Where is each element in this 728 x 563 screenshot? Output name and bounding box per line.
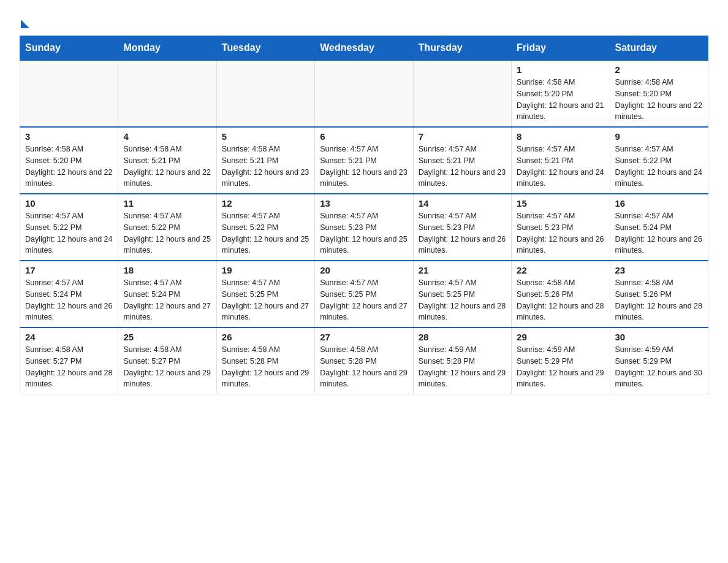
- day-info: Sunrise: 4:57 AMSunset: 5:21 PMDaylight:…: [320, 144, 408, 190]
- day-number: 14: [419, 198, 506, 209]
- calendar-cell: 3Sunrise: 4:58 AMSunset: 5:20 PMDaylight…: [20, 127, 118, 194]
- day-number: 18: [123, 265, 211, 275]
- day-info: Sunrise: 4:57 AMSunset: 5:25 PMDaylight:…: [222, 277, 309, 323]
- day-number: 21: [419, 265, 506, 275]
- day-info: Sunrise: 4:58 AMSunset: 5:27 PMDaylight:…: [25, 344, 113, 390]
- calendar-cell: 26Sunrise: 4:58 AMSunset: 5:28 PMDayligh…: [216, 327, 314, 394]
- calendar-cell: 6Sunrise: 4:57 AMSunset: 5:21 PMDaylight…: [315, 127, 413, 194]
- day-number: 17: [25, 265, 113, 275]
- day-info: Sunrise: 4:58 AMSunset: 5:26 PMDaylight:…: [517, 277, 604, 323]
- day-info: Sunrise: 4:57 AMSunset: 5:22 PMDaylight:…: [615, 144, 703, 190]
- calendar-cell: 24Sunrise: 4:58 AMSunset: 5:27 PMDayligh…: [20, 327, 118, 394]
- calendar-cell: 23Sunrise: 4:58 AMSunset: 5:26 PMDayligh…: [610, 261, 708, 327]
- logo-triangle-icon: [21, 20, 29, 28]
- day-number: 22: [517, 265, 604, 275]
- calendar-cell: [216, 60, 314, 127]
- calendar-cell: 14Sunrise: 4:57 AMSunset: 5:23 PMDayligh…: [413, 194, 511, 261]
- day-number: 30: [615, 332, 703, 342]
- calendar-cell: 12Sunrise: 4:57 AMSunset: 5:22 PMDayligh…: [216, 194, 314, 261]
- day-info: Sunrise: 4:57 AMSunset: 5:21 PMDaylight:…: [517, 144, 604, 190]
- calendar-cell: [20, 60, 118, 127]
- calendar-cell: 20Sunrise: 4:57 AMSunset: 5:25 PMDayligh…: [315, 261, 413, 327]
- day-info: Sunrise: 4:58 AMSunset: 5:20 PMDaylight:…: [615, 77, 703, 123]
- day-number: 16: [615, 198, 703, 209]
- calendar-week-row: 10Sunrise: 4:57 AMSunset: 5:22 PMDayligh…: [20, 194, 708, 261]
- calendar-cell: 8Sunrise: 4:57 AMSunset: 5:21 PMDaylight…: [512, 127, 610, 194]
- day-number: 10: [25, 198, 113, 209]
- day-info: Sunrise: 4:57 AMSunset: 5:24 PMDaylight:…: [123, 277, 211, 323]
- day-info: Sunrise: 4:57 AMSunset: 5:21 PMDaylight:…: [419, 144, 506, 190]
- day-number: 6: [320, 131, 408, 142]
- calendar-cell: 11Sunrise: 4:57 AMSunset: 5:22 PMDayligh…: [118, 194, 216, 261]
- calendar-table: SundayMondayTuesdayWednesdayThursdayFrid…: [20, 36, 708, 394]
- day-info: Sunrise: 4:58 AMSunset: 5:28 PMDaylight:…: [222, 344, 309, 390]
- day-info: Sunrise: 4:57 AMSunset: 5:23 PMDaylight:…: [419, 210, 506, 256]
- day-info: Sunrise: 4:57 AMSunset: 5:25 PMDaylight:…: [419, 277, 506, 323]
- day-number: 4: [123, 131, 211, 142]
- day-number: 15: [517, 198, 604, 209]
- calendar-cell: 21Sunrise: 4:57 AMSunset: 5:25 PMDayligh…: [413, 261, 511, 327]
- day-number: 13: [320, 198, 408, 209]
- calendar-cell: 13Sunrise: 4:57 AMSunset: 5:23 PMDayligh…: [315, 194, 413, 261]
- day-number: 11: [123, 198, 211, 209]
- calendar-cell: [118, 60, 216, 127]
- calendar-cell: 22Sunrise: 4:58 AMSunset: 5:26 PMDayligh…: [512, 261, 610, 327]
- day-number: 28: [419, 332, 506, 342]
- calendar-cell: 28Sunrise: 4:59 AMSunset: 5:28 PMDayligh…: [413, 327, 511, 394]
- calendar-cell: 10Sunrise: 4:57 AMSunset: 5:22 PMDayligh…: [20, 194, 118, 261]
- day-info: Sunrise: 4:57 AMSunset: 5:23 PMDaylight:…: [320, 210, 408, 256]
- day-number: 26: [222, 332, 309, 342]
- day-number: 19: [222, 265, 309, 275]
- column-header-monday: Monday: [118, 36, 216, 61]
- calendar-cell: 5Sunrise: 4:58 AMSunset: 5:21 PMDaylight…: [216, 127, 314, 194]
- calendar-cell: 4Sunrise: 4:58 AMSunset: 5:21 PMDaylight…: [118, 127, 216, 194]
- day-info: Sunrise: 4:57 AMSunset: 5:22 PMDaylight:…: [25, 210, 113, 256]
- day-info: Sunrise: 4:59 AMSunset: 5:28 PMDaylight:…: [419, 344, 506, 390]
- calendar-cell: 7Sunrise: 4:57 AMSunset: 5:21 PMDaylight…: [413, 127, 511, 194]
- day-number: 1: [517, 64, 604, 75]
- column-header-sunday: Sunday: [20, 36, 118, 61]
- page-header: [20, 15, 708, 26]
- day-info: Sunrise: 4:58 AMSunset: 5:26 PMDaylight:…: [615, 277, 703, 323]
- day-number: 3: [25, 131, 113, 142]
- day-number: 20: [320, 265, 408, 275]
- day-info: Sunrise: 4:57 AMSunset: 5:25 PMDaylight:…: [320, 277, 408, 323]
- day-info: Sunrise: 4:59 AMSunset: 5:29 PMDaylight:…: [615, 344, 703, 390]
- calendar-cell: 2Sunrise: 4:58 AMSunset: 5:20 PMDaylight…: [610, 60, 708, 127]
- day-number: 8: [517, 131, 604, 142]
- calendar-cell: 15Sunrise: 4:57 AMSunset: 5:23 PMDayligh…: [512, 194, 610, 261]
- calendar-week-row: 1Sunrise: 4:58 AMSunset: 5:20 PMDaylight…: [20, 60, 708, 127]
- column-header-thursday: Thursday: [413, 36, 511, 61]
- day-info: Sunrise: 4:58 AMSunset: 5:21 PMDaylight:…: [222, 144, 309, 190]
- day-info: Sunrise: 4:58 AMSunset: 5:20 PMDaylight:…: [25, 144, 113, 190]
- calendar-header-row: SundayMondayTuesdayWednesdayThursdayFrid…: [20, 36, 708, 61]
- day-info: Sunrise: 4:57 AMSunset: 5:24 PMDaylight:…: [615, 210, 703, 256]
- day-number: 5: [222, 131, 309, 142]
- calendar-cell: [413, 60, 511, 127]
- calendar-cell: 25Sunrise: 4:58 AMSunset: 5:27 PMDayligh…: [118, 327, 216, 394]
- calendar-week-row: 3Sunrise: 4:58 AMSunset: 5:20 PMDaylight…: [20, 127, 708, 194]
- column-header-saturday: Saturday: [610, 36, 708, 61]
- day-info: Sunrise: 4:57 AMSunset: 5:24 PMDaylight:…: [25, 277, 113, 323]
- calendar-cell: 27Sunrise: 4:58 AMSunset: 5:28 PMDayligh…: [315, 327, 413, 394]
- calendar-cell: [315, 60, 413, 127]
- day-info: Sunrise: 4:58 AMSunset: 5:27 PMDaylight:…: [123, 344, 211, 390]
- day-number: 7: [419, 131, 506, 142]
- day-info: Sunrise: 4:59 AMSunset: 5:29 PMDaylight:…: [517, 344, 604, 390]
- column-header-wednesday: Wednesday: [315, 36, 413, 61]
- logo: [20, 15, 29, 26]
- calendar-cell: 16Sunrise: 4:57 AMSunset: 5:24 PMDayligh…: [610, 194, 708, 261]
- calendar-cell: 9Sunrise: 4:57 AMSunset: 5:22 PMDaylight…: [610, 127, 708, 194]
- calendar-cell: 30Sunrise: 4:59 AMSunset: 5:29 PMDayligh…: [610, 327, 708, 394]
- day-number: 23: [615, 265, 703, 275]
- calendar-cell: 1Sunrise: 4:58 AMSunset: 5:20 PMDaylight…: [512, 60, 610, 127]
- day-number: 2: [615, 64, 703, 75]
- day-number: 29: [517, 332, 604, 342]
- day-info: Sunrise: 4:57 AMSunset: 5:22 PMDaylight:…: [222, 210, 309, 256]
- calendar-cell: 17Sunrise: 4:57 AMSunset: 5:24 PMDayligh…: [20, 261, 118, 327]
- day-info: Sunrise: 4:58 AMSunset: 5:28 PMDaylight:…: [320, 344, 408, 390]
- day-number: 9: [615, 131, 703, 142]
- day-info: Sunrise: 4:57 AMSunset: 5:22 PMDaylight:…: [123, 210, 211, 256]
- day-info: Sunrise: 4:58 AMSunset: 5:21 PMDaylight:…: [123, 144, 211, 190]
- calendar-week-row: 17Sunrise: 4:57 AMSunset: 5:24 PMDayligh…: [20, 261, 708, 327]
